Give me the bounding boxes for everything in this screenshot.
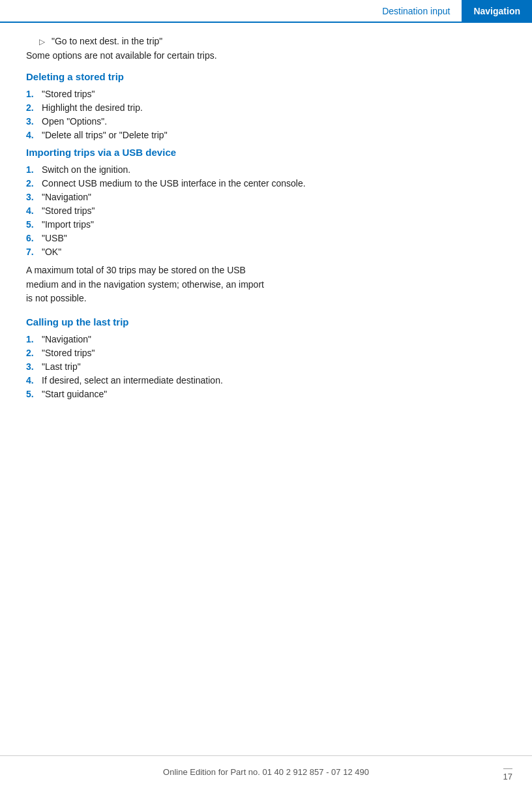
tab-destination-label: Destination input (382, 6, 450, 16)
list-item: 3. "Navigation" (26, 192, 506, 202)
list-number: 1. (26, 334, 42, 344)
list-content: "Start guidance" (42, 389, 506, 399)
list-item: 4. If desired, select an intermediate de… (26, 375, 506, 386)
list-item: 1. "Navigation" (26, 334, 506, 344)
list-number: 4. (26, 205, 42, 216)
footer-text: Online Edition for Part no. 01 40 2 912 … (163, 767, 369, 777)
list-content: Switch on the ignition. (42, 164, 506, 175)
list-number: 3. (26, 361, 42, 372)
intro-bullet: ▷ "Go to next dest. in the trip" (26, 36, 506, 46)
intro-note: Some options are not available for certa… (26, 50, 506, 61)
list-number: 3. (26, 116, 42, 127)
tab-navigation-label: Navigation (473, 6, 520, 16)
list-item: 2. "Stored trips" (26, 348, 506, 358)
list-content: "Stored trips" (42, 205, 506, 216)
calling-list: 1. "Navigation" 2. "Stored trips" 3. "La… (26, 334, 506, 399)
list-content: "Delete all trips" or "Delete trip" (42, 130, 506, 140)
list-content: "Import trips" (42, 219, 506, 230)
list-item: 5. "Start guidance" (26, 389, 506, 399)
list-number: 4. (26, 375, 42, 386)
intro-bullet-text: "Go to next dest. in the trip" (52, 36, 162, 46)
list-number: 4. (26, 130, 42, 140)
section-calling: Calling up the last trip 1. "Navigation"… (26, 316, 506, 399)
list-content: "Last trip" (42, 361, 506, 372)
list-item: 4. "Delete all trips" or "Delete trip" (26, 130, 506, 140)
list-number: 7. (26, 247, 42, 257)
list-item: 3. "Last trip" (26, 361, 506, 372)
list-content: "Stored trips" (42, 89, 506, 99)
list-content: Highlight the desired trip. (42, 102, 506, 113)
section-calling-heading: Calling up the last trip (26, 316, 506, 327)
list-content: "Stored trips" (42, 348, 506, 358)
bullet-arrow-icon: ▷ (39, 37, 45, 46)
list-item: 3. Open "Options". (26, 116, 506, 127)
list-number: 5. (26, 389, 42, 399)
list-content: Open "Options". (42, 116, 506, 127)
importing-note: A maximum total of 30 trips may be store… (26, 264, 267, 306)
list-number: 2. (26, 348, 42, 358)
page-number: 17 (503, 768, 512, 781)
list-content: "OK" (42, 247, 506, 257)
tab-navigation[interactable]: Navigation (462, 0, 532, 22)
deleting-list: 1. "Stored trips" 2. Highlight the desir… (26, 89, 506, 140)
list-number: 2. (26, 102, 42, 113)
list-item: 1. Switch on the ignition. (26, 164, 506, 175)
list-number: 1. (26, 164, 42, 175)
tab-destination[interactable]: Destination input (370, 0, 462, 22)
list-content: If desired, select an intermediate desti… (42, 375, 506, 386)
list-item: 1. "Stored trips" (26, 89, 506, 99)
list-number: 3. (26, 192, 42, 202)
header: Destination input Navigation (0, 0, 532, 23)
list-item: 2. Highlight the desired trip. (26, 102, 506, 113)
footer: Online Edition for Part no. 01 40 2 912 … (0, 755, 532, 788)
section-deleting-heading: Deleting a stored trip (26, 71, 506, 82)
list-content: Connect USB medium to the USB interface … (42, 178, 506, 189)
section-importing-heading: Importing trips via a USB device (26, 147, 506, 158)
list-number: 6. (26, 233, 42, 243)
main-content: ▷ "Go to next dest. in the trip" Some op… (0, 23, 532, 419)
list-number: 2. (26, 178, 42, 189)
list-content: "Navigation" (42, 334, 506, 344)
section-deleting: Deleting a stored trip 1. "Stored trips"… (26, 71, 506, 140)
importing-list: 1. Switch on the ignition. 2. Connect US… (26, 164, 506, 257)
list-content: "Navigation" (42, 192, 506, 202)
list-item: 4. "Stored trips" (26, 205, 506, 216)
section-importing: Importing trips via a USB device 1. Swit… (26, 147, 506, 306)
list-item: 5. "Import trips" (26, 219, 506, 230)
list-item: 2. Connect USB medium to the USB interfa… (26, 178, 506, 189)
list-content: "USB" (42, 233, 506, 243)
list-number: 1. (26, 89, 42, 99)
list-number: 5. (26, 219, 42, 230)
list-item: 7. "OK" (26, 247, 506, 257)
list-item: 6. "USB" (26, 233, 506, 243)
